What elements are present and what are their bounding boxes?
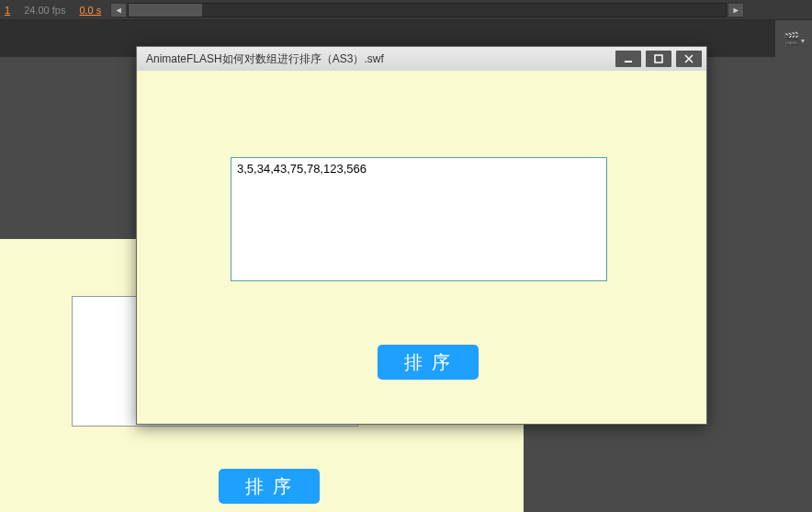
current-frame: 1 <box>5 5 10 16</box>
close-icon <box>684 54 694 63</box>
clapperboard-icon[interactable]: 🎬 <box>784 31 805 46</box>
maximize-icon <box>654 54 663 63</box>
maximize-button[interactable] <box>646 51 671 67</box>
timeline-scrollbar-thumb[interactable] <box>129 4 202 17</box>
swf-titlebar[interactable]: AnimateFLASH如何对数组进行排序（AS3）.swf <box>137 47 706 72</box>
array-output-text: 3,5,34,43,75,78,123,566 <box>237 162 367 176</box>
array-output-textbox[interactable]: 3,5,34,43,75,78,123,566 <box>231 157 607 281</box>
elapsed-seconds: 0.0 s <box>79 5 101 16</box>
timeline-scrollbar-track[interactable] <box>128 3 727 17</box>
scroll-right-button[interactable]: ► <box>727 3 744 17</box>
timeline-status-bar: 1 24.00 fps 0.0 s ◄ ► <box>0 0 812 20</box>
stage-sort-button-label: 排序 <box>245 474 300 499</box>
sort-button[interactable]: 排序 <box>378 345 479 380</box>
fps-display: 24.00 fps <box>24 5 65 16</box>
svg-rect-1 <box>655 55 662 63</box>
minimize-button[interactable] <box>615 51 641 67</box>
swf-title-text: AnimateFLASH如何对数组进行排序（AS3）.swf <box>146 51 615 67</box>
close-button[interactable] <box>676 51 702 67</box>
scroll-left-button[interactable]: ◄ <box>110 3 127 17</box>
minimize-icon <box>624 54 633 63</box>
sort-button-label: 排序 <box>404 350 459 375</box>
right-toolbar: 🎬 <box>768 20 812 57</box>
stage-sort-button[interactable]: 排序 <box>219 469 320 504</box>
swf-player-window: AnimateFLASH如何对数组进行排序（AS3）.swf 3,5,34,43… <box>136 46 707 425</box>
swf-content-area: 3,5,34,43,75,78,123,566 排序 <box>137 71 706 424</box>
